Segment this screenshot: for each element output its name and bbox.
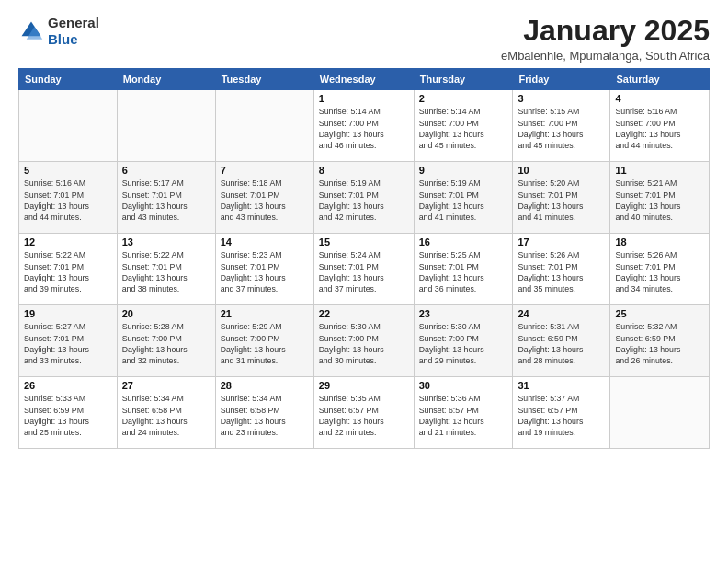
header: General Blue January 2025 eMbalenhle, Mp… xyxy=(18,15,710,63)
col-saturday: Saturday xyxy=(610,69,710,90)
table-cell: 7Sunrise: 5:18 AM Sunset: 7:01 PM Daylig… xyxy=(215,162,313,234)
table-cell: 3Sunrise: 5:15 AM Sunset: 7:00 PM Daylig… xyxy=(513,90,610,162)
table-cell: 6Sunrise: 5:17 AM Sunset: 7:01 PM Daylig… xyxy=(117,162,215,234)
table-cell: 29Sunrise: 5:35 AM Sunset: 6:57 PM Dayli… xyxy=(313,377,414,449)
table-cell: 23Sunrise: 5:30 AM Sunset: 7:00 PM Dayli… xyxy=(414,305,513,377)
table-row: 5Sunrise: 5:16 AM Sunset: 7:01 PM Daylig… xyxy=(19,162,710,234)
table-cell: 26Sunrise: 5:33 AM Sunset: 6:59 PM Dayli… xyxy=(19,377,118,449)
table-cell: 20Sunrise: 5:28 AM Sunset: 7:00 PM Dayli… xyxy=(117,305,215,377)
col-thursday: Thursday xyxy=(414,69,513,90)
day-number: 29 xyxy=(319,380,409,391)
table-row: 1Sunrise: 5:14 AM Sunset: 7:00 PM Daylig… xyxy=(19,90,710,162)
day-info: Sunrise: 5:33 AM Sunset: 6:59 PM Dayligh… xyxy=(24,393,112,438)
day-number: 28 xyxy=(221,380,309,391)
table-cell: 2Sunrise: 5:14 AM Sunset: 7:00 PM Daylig… xyxy=(414,90,513,162)
col-friday: Friday xyxy=(513,69,610,90)
table-row: 12Sunrise: 5:22 AM Sunset: 7:01 PM Dayli… xyxy=(19,234,710,305)
table-cell: 19Sunrise: 5:27 AM Sunset: 7:01 PM Dayli… xyxy=(19,305,118,377)
day-number: 20 xyxy=(122,308,210,319)
day-info: Sunrise: 5:37 AM Sunset: 6:57 PM Dayligh… xyxy=(518,393,605,438)
header-row: Sunday Monday Tuesday Wednesday Thursday… xyxy=(19,69,710,90)
day-info: Sunrise: 5:15 AM Sunset: 7:00 PM Dayligh… xyxy=(518,106,605,151)
table-cell: 15Sunrise: 5:24 AM Sunset: 7:01 PM Dayli… xyxy=(313,234,414,305)
table-cell: 21Sunrise: 5:29 AM Sunset: 7:00 PM Dayli… xyxy=(215,305,313,377)
table-cell: 30Sunrise: 5:36 AM Sunset: 6:57 PM Dayli… xyxy=(414,377,513,449)
day-number: 27 xyxy=(122,380,210,391)
day-info: Sunrise: 5:19 AM Sunset: 7:01 PM Dayligh… xyxy=(319,178,409,223)
table-cell: 11Sunrise: 5:21 AM Sunset: 7:01 PM Dayli… xyxy=(610,162,710,234)
day-info: Sunrise: 5:32 AM Sunset: 6:59 PM Dayligh… xyxy=(615,321,704,366)
day-number: 26 xyxy=(24,380,112,391)
day-info: Sunrise: 5:36 AM Sunset: 6:57 PM Dayligh… xyxy=(419,393,508,438)
day-number: 1 xyxy=(319,93,409,104)
table-cell xyxy=(117,90,215,162)
col-tuesday: Tuesday xyxy=(215,69,313,90)
table-cell xyxy=(215,90,313,162)
table-cell: 27Sunrise: 5:34 AM Sunset: 6:58 PM Dayli… xyxy=(117,377,215,449)
table-cell: 14Sunrise: 5:23 AM Sunset: 7:01 PM Dayli… xyxy=(215,234,313,305)
day-info: Sunrise: 5:29 AM Sunset: 7:00 PM Dayligh… xyxy=(221,321,309,366)
table-cell: 24Sunrise: 5:31 AM Sunset: 6:59 PM Dayli… xyxy=(513,305,610,377)
day-number: 15 xyxy=(319,236,409,247)
calendar-title: January 2025 xyxy=(501,15,710,47)
table-cell: 22Sunrise: 5:30 AM Sunset: 7:00 PM Dayli… xyxy=(313,305,414,377)
table-cell: 18Sunrise: 5:26 AM Sunset: 7:01 PM Dayli… xyxy=(610,234,710,305)
table-row: 26Sunrise: 5:33 AM Sunset: 6:59 PM Dayli… xyxy=(19,377,710,449)
day-number: 23 xyxy=(419,308,508,319)
day-number: 18 xyxy=(615,236,704,247)
table-row: 19Sunrise: 5:27 AM Sunset: 7:01 PM Dayli… xyxy=(19,305,710,377)
day-number: 30 xyxy=(419,380,508,391)
day-info: Sunrise: 5:20 AM Sunset: 7:01 PM Dayligh… xyxy=(518,178,605,223)
day-number: 25 xyxy=(615,308,704,319)
day-number: 21 xyxy=(221,308,309,319)
title-block: January 2025 eMbalenhle, Mpumalanga, Sou… xyxy=(501,15,710,63)
day-info: Sunrise: 5:24 AM Sunset: 7:01 PM Dayligh… xyxy=(319,249,409,294)
day-number: 17 xyxy=(518,236,605,247)
day-number: 2 xyxy=(419,93,508,104)
day-info: Sunrise: 5:35 AM Sunset: 6:57 PM Dayligh… xyxy=(319,393,409,438)
day-info: Sunrise: 5:34 AM Sunset: 6:58 PM Dayligh… xyxy=(221,393,309,438)
col-monday: Monday xyxy=(117,69,215,90)
table-cell: 17Sunrise: 5:26 AM Sunset: 7:01 PM Dayli… xyxy=(513,234,610,305)
day-number: 11 xyxy=(615,165,704,176)
day-number: 19 xyxy=(24,308,112,319)
day-number: 6 xyxy=(122,165,210,176)
table-cell: 8Sunrise: 5:19 AM Sunset: 7:01 PM Daylig… xyxy=(313,162,414,234)
day-info: Sunrise: 5:26 AM Sunset: 7:01 PM Dayligh… xyxy=(615,249,704,294)
day-info: Sunrise: 5:23 AM Sunset: 7:01 PM Dayligh… xyxy=(221,249,309,294)
table-cell: 10Sunrise: 5:20 AM Sunset: 7:01 PM Dayli… xyxy=(513,162,610,234)
day-info: Sunrise: 5:19 AM Sunset: 7:01 PM Dayligh… xyxy=(419,178,508,223)
day-number: 8 xyxy=(319,165,409,176)
day-info: Sunrise: 5:26 AM Sunset: 7:01 PM Dayligh… xyxy=(518,249,605,294)
calendar-table: Sunday Monday Tuesday Wednesday Thursday… xyxy=(18,68,710,449)
day-info: Sunrise: 5:28 AM Sunset: 7:00 PM Dayligh… xyxy=(122,321,210,366)
table-cell: 4Sunrise: 5:16 AM Sunset: 7:00 PM Daylig… xyxy=(610,90,710,162)
day-info: Sunrise: 5:34 AM Sunset: 6:58 PM Dayligh… xyxy=(122,393,210,438)
day-number: 4 xyxy=(615,93,704,104)
day-info: Sunrise: 5:17 AM Sunset: 7:01 PM Dayligh… xyxy=(122,178,210,223)
day-number: 5 xyxy=(24,165,112,176)
day-info: Sunrise: 5:30 AM Sunset: 7:00 PM Dayligh… xyxy=(319,321,409,366)
day-info: Sunrise: 5:21 AM Sunset: 7:01 PM Dayligh… xyxy=(615,178,704,223)
day-number: 10 xyxy=(518,165,605,176)
day-info: Sunrise: 5:16 AM Sunset: 7:01 PM Dayligh… xyxy=(24,178,112,223)
day-number: 13 xyxy=(122,236,210,247)
calendar-subtitle: eMbalenhle, Mpumalanga, South Africa xyxy=(501,49,710,63)
day-number: 3 xyxy=(518,93,605,104)
day-info: Sunrise: 5:30 AM Sunset: 7:00 PM Dayligh… xyxy=(419,321,508,366)
day-info: Sunrise: 5:14 AM Sunset: 7:00 PM Dayligh… xyxy=(319,106,409,151)
day-number: 16 xyxy=(419,236,508,247)
day-number: 7 xyxy=(221,165,309,176)
col-wednesday: Wednesday xyxy=(313,69,414,90)
day-number: 14 xyxy=(221,236,309,247)
table-cell: 28Sunrise: 5:34 AM Sunset: 6:58 PM Dayli… xyxy=(215,377,313,449)
day-number: 24 xyxy=(518,308,605,319)
day-info: Sunrise: 5:22 AM Sunset: 7:01 PM Dayligh… xyxy=(24,249,112,294)
logo-general-text: General xyxy=(48,15,99,30)
table-cell xyxy=(19,90,118,162)
logo-icon xyxy=(18,18,44,44)
day-info: Sunrise: 5:22 AM Sunset: 7:01 PM Dayligh… xyxy=(122,249,210,294)
day-number: 12 xyxy=(24,236,112,247)
day-info: Sunrise: 5:27 AM Sunset: 7:01 PM Dayligh… xyxy=(24,321,112,366)
col-sunday: Sunday xyxy=(19,69,118,90)
